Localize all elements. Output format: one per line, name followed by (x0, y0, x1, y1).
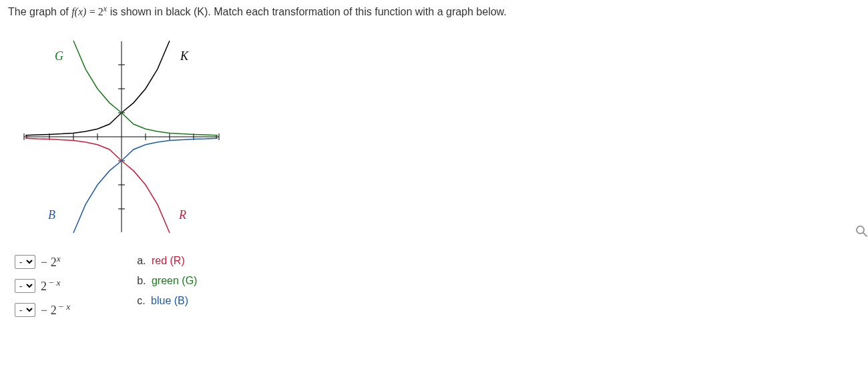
choice-text: red (R) (152, 255, 185, 266)
eq-sign: = (89, 6, 98, 17)
prompt-part2: is shown in black (K). Match each transf… (110, 6, 507, 17)
question-row-2: - 2− x (15, 278, 70, 294)
svg-line-19 (863, 233, 867, 236)
fn-lhs: f(x) (71, 6, 86, 17)
plot-svg: G K B R (15, 33, 228, 240)
select-3[interactable]: - (15, 303, 35, 317)
choice-marker: a. (137, 255, 146, 266)
fn-rhs: 2x (98, 6, 107, 17)
choice-marker: b. (137, 275, 146, 286)
question-prompt: The graph of f(x) = 2x is shown in black… (8, 3, 676, 20)
label-B: B (48, 208, 55, 222)
graph-container: G K B R (15, 33, 860, 240)
select-1[interactable]: - (15, 255, 35, 269)
answers-block: - − 2x - 2− x - − 2− x a. red ( (15, 254, 860, 318)
magnify-icon[interactable] (855, 224, 868, 240)
expr-1: − 2x (41, 254, 61, 270)
choice-a: a. red (R) (137, 255, 197, 267)
expression-column: - − 2x - 2− x - − 2− x (15, 254, 70, 318)
choice-marker: c. (137, 295, 145, 306)
select-2[interactable]: - (15, 279, 35, 293)
question-row-3: - − 2− x (15, 302, 70, 318)
expr-3: − 2− x (41, 302, 70, 318)
choice-c: c. blue (B) (137, 295, 197, 307)
label-G: G (55, 49, 63, 63)
choice-b: b. green (G) (137, 275, 197, 287)
choice-text: blue (B) (151, 295, 188, 306)
expr-2: 2− x (41, 278, 60, 294)
axes (24, 41, 219, 232)
question-row-1: - − 2x (15, 254, 70, 270)
label-K: K (180, 49, 189, 63)
prompt-part1: The graph of (8, 6, 71, 17)
choice-text: green (G) (152, 275, 197, 286)
choices-column: a. red (R) b. green (G) c. blue (B) (137, 254, 197, 307)
label-R: R (178, 208, 186, 222)
